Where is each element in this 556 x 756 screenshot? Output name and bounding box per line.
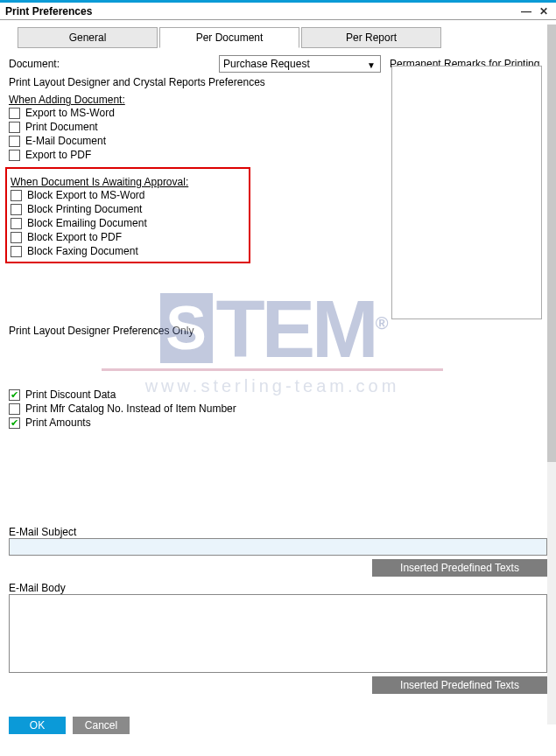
document-select-value: Purchase Request xyxy=(223,58,310,70)
chk-block-export-msword[interactable]: Block Export to MS-Word xyxy=(11,188,245,202)
email-body-input[interactable] xyxy=(9,594,547,673)
checkbox[interactable] xyxy=(9,403,20,415)
chk-block-emailing[interactable]: Block Emailing Document xyxy=(11,216,245,230)
checkbox[interactable] xyxy=(11,190,22,201)
checkbox-label: E-Mail Document xyxy=(25,135,106,147)
minimize-icon[interactable]: — xyxy=(519,5,533,18)
checkbox-label: Block Export to PDF xyxy=(27,231,122,243)
close-icon[interactable]: ✕ xyxy=(537,5,551,18)
tabs: General Per Document Per Report xyxy=(18,27,556,48)
checkbox-label: Print Amounts xyxy=(25,416,91,429)
chk-block-printing[interactable]: Block Printing Document xyxy=(11,202,245,216)
chk-print-amounts[interactable]: ✔ Print Amounts xyxy=(9,416,547,430)
pld-only-title: Print Layout Designer Preferences Only xyxy=(9,325,547,337)
checkbox-label: Print Mfr Catalog No. Instead of Item Nu… xyxy=(25,402,236,415)
checkbox[interactable] xyxy=(9,122,20,133)
cancel-button[interactable]: Cancel xyxy=(73,717,130,734)
awaiting-title: When Document Is Awaiting Approval: xyxy=(11,176,245,188)
checkbox[interactable]: ✔ xyxy=(9,417,20,429)
checkbox[interactable] xyxy=(9,150,20,161)
checkbox-label: Block Export to MS-Word xyxy=(27,189,144,201)
checkbox[interactable] xyxy=(11,232,22,243)
permanent-remarks-textarea[interactable] xyxy=(391,66,542,319)
checkbox-label: Print Document xyxy=(25,121,98,133)
checkbox[interactable]: ✔ xyxy=(9,389,20,401)
window-title: Print Preferences xyxy=(5,5,516,18)
tab-per-report[interactable]: Per Report xyxy=(301,27,441,48)
dropdown-arrow-icon: ▼ xyxy=(364,58,378,72)
chk-print-mfr-catalog[interactable]: Print Mfr Catalog No. Instead of Item Nu… xyxy=(9,402,547,416)
checkbox[interactable] xyxy=(11,218,22,229)
document-select[interactable]: Purchase Request ▼ xyxy=(219,55,381,73)
button-bar: OK Cancel xyxy=(9,717,130,734)
checkbox[interactable] xyxy=(11,204,22,215)
document-label: Document: xyxy=(9,58,219,70)
checkbox[interactable] xyxy=(11,246,22,257)
checkbox[interactable] xyxy=(9,136,20,147)
insert-predefined-body-button[interactable]: Inserted Predefined Texts xyxy=(372,676,547,694)
ok-button[interactable]: OK xyxy=(9,717,66,734)
email-subject-label: E-Mail Subject xyxy=(9,526,547,538)
checkbox-label: Print Discount Data xyxy=(25,388,116,401)
checkbox-label: Block Emailing Document xyxy=(27,217,147,229)
checkbox-label: Block Faxing Document xyxy=(27,245,138,257)
titlebar: Print Preferences — ✕ xyxy=(0,3,556,20)
chk-block-export-pdf[interactable]: Block Export to PDF xyxy=(11,230,245,244)
email-body-label: E-Mail Body xyxy=(9,582,547,594)
tab-content: S TEM® www.sterling-team.com Document: P… xyxy=(0,48,556,743)
chk-print-discount[interactable]: ✔ Print Discount Data xyxy=(9,388,547,402)
tab-general[interactable]: General xyxy=(18,27,158,48)
checkbox-label: Export to PDF xyxy=(25,149,91,161)
tab-per-document[interactable]: Per Document xyxy=(159,27,299,48)
chk-block-faxing[interactable]: Block Faxing Document xyxy=(11,244,245,258)
checkbox-label: Export to MS-Word xyxy=(25,107,115,119)
insert-predefined-subject-button[interactable]: Inserted Predefined Texts xyxy=(372,559,547,577)
checkbox-label: Block Printing Document xyxy=(27,203,142,215)
awaiting-approval-block: When Document Is Awaiting Approval: Bloc… xyxy=(5,167,250,263)
email-subject-input[interactable] xyxy=(9,538,547,556)
checkbox[interactable] xyxy=(9,108,20,119)
